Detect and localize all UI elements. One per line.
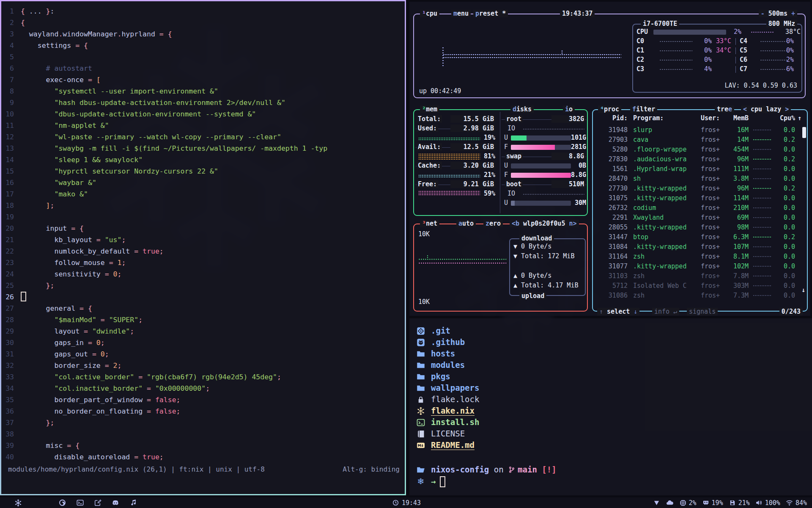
btop-preset-button[interactable]: preset * [473,10,508,17]
code-line[interactable]: 9 "hash dbus-update-activation-environme… [1,97,405,108]
code-line[interactable]: 34 "col.inactive_border" = "0x00000000"; [1,383,405,394]
proc-signals-control[interactable]: signals [687,308,718,315]
proc-scroll-down-arrow[interactable]: ↓ [801,286,805,294]
tab-net[interactable]: ³net [420,220,439,227]
code-line[interactable]: 38 [1,428,405,440]
process-row[interactable]: 31075 .kitty-wrapped fros+ 114M 0.0 [593,193,807,203]
process-row[interactable]: 31164 zsh fros+ 8.1M 0.0 [593,252,807,262]
code-line[interactable]: 28 "$mainMod" = "SUPER"; [1,314,405,326]
btop-interval-control[interactable]: - 500ms + [759,10,797,17]
process-row[interactable]: 31077 .kitty-wrapped fros+ 102M 0.0 [593,262,807,271]
net-auto-button[interactable]: auto [456,220,476,227]
code-line[interactable]: 40 disable_autoreload = true; [1,451,405,463]
code-line[interactable]: 21 kb_layout = "us"; [1,234,405,246]
code-line[interactable]: 31 gaps_out = 0; [1,348,405,360]
process-row[interactable]: 31447 btop fros+ 6.3M 0.2 [593,232,807,242]
code-line[interactable]: 32 border_size = 2; [1,360,405,371]
code-line[interactable]: 33 "col.active_border" = "rgb(cba6f7) rg… [1,371,405,383]
taskbar-network-indicator[interactable] [653,499,661,507]
discord-launcher-icon[interactable] [112,499,119,507]
code-line[interactable]: 8 "systemctl --user import-environment &… [1,86,405,97]
nixos-launcher-icon[interactable] [14,499,22,507]
io-toggle[interactable]: io [563,105,575,113]
code-line[interactable]: 12 "wl-paste --primary --watch wl-copy -… [1,131,405,143]
process-row[interactable]: 27730 .kitty-wrapped fros+ 96M 0.2 [593,184,807,193]
code-line[interactable]: 36 no_border_on_floating = false; [1,406,405,417]
code-line[interactable]: 13 "swaybg -m fill -i $(find ~/Pictures/… [1,143,405,154]
taskbar-clock[interactable]: 19:43 [392,499,421,507]
code-line[interactable]: 29 layout = "dwindle"; [1,326,405,337]
net-totals-box: download upload ▼0 Byte/s▼Total: 172 MiB… [509,238,586,296]
interval-plus-button[interactable]: + [791,10,795,17]
code-line[interactable]: 24 sensitivity = 0; [1,268,405,280]
process-row[interactable]: 27830 .audacious-wra fros+ 96M 0.2 [593,155,807,164]
process-row[interactable]: 31948 slurp fros+ 16M 0.0 [593,125,807,135]
code-line[interactable]: 35 border_part_of_window = false; [1,394,405,406]
process-row[interactable]: 5280 .floorp-wrappe fros+ 454M 0.0 [593,145,807,155]
taskbar-memory-indicator[interactable]: 19% [702,499,723,507]
code-line[interactable]: 19 [1,211,405,223]
editor-window[interactable]: 1{ ... }:2{3 wayland.windowManager.hyprl… [0,0,406,495]
code-line[interactable]: 39 misc = { [1,440,405,451]
code-line[interactable]: 1{ ... }: [1,6,405,17]
code-line[interactable]: 30 gaps_in = 0; [1,337,405,348]
code-line[interactable]: 14 "sleep 1 && swaylock" [1,154,405,166]
proc-tree-button[interactable]: tree [715,105,734,113]
proc-scrollbar[interactable] [802,127,806,138]
code-line[interactable]: 4 settings = { [1,40,405,51]
process-row[interactable]: 2291 Xwayland fros+ 69M 0.0 [593,213,807,223]
code-line[interactable]: 6 # autostart [1,63,405,74]
tab-proc[interactable]: ⁴proc [598,105,621,113]
code-line[interactable]: 2{ [1,17,405,28]
taskbar-disk-indicator[interactable]: 21% [729,499,750,507]
process-row[interactable]: 31103 zsh fros+ 7.8M 0.0 [593,271,807,281]
process-row[interactable]: 28055 .kitty-wrapped fros+ 98M 0.0 [593,223,807,232]
code-line[interactable]: 20 input = { [1,223,405,234]
process-row[interactable]: 31086 zsh fros+ 7.3M 0.0 [593,291,807,301]
firefox-launcher-icon[interactable] [58,499,66,507]
proc-info-control[interactable]: info ↵ [652,308,679,315]
net-zero-button[interactable]: zero [483,220,503,227]
proc-sort-selector[interactable]: < cpu lazy > [741,105,791,113]
process-row[interactable]: 1561 .Hyprland-wrap fros+ 111M 0.0 [593,164,807,174]
net-interface-switch[interactable]: <b wlp0s20f0u5 n> [510,220,579,227]
tab-mem[interactable]: ²mem [420,105,439,113]
code-line[interactable]: 18 ]; [1,200,405,211]
taskbar-volume-indicator[interactable]: 100% [755,499,780,507]
process-row[interactable]: 5712 Isolated Web C fros+ 303M 0.0 [593,281,807,291]
terminal-window[interactable]: .git.githubhostsmodulespkgswallpapersfla… [409,318,812,495]
taskbar-wifi-indicator[interactable]: 84% [786,499,807,507]
terminal-launcher-icon[interactable] [76,499,84,507]
tab-cpu[interactable]: ¹cpu [420,10,439,17]
code-line[interactable]: 7 exec-once = [ [1,74,405,86]
process-row[interactable]: 27903 cava fros+ 14M 0.2 [593,135,807,145]
code-line[interactable]: 25 }; [1,280,405,291]
code-line[interactable]: 5 [1,51,405,63]
taskbar-cloud-indicator[interactable] [666,499,674,507]
code-line[interactable]: 15 "hyprctl setcursor Nordzy-cursors 22 … [1,166,405,177]
notes-launcher-icon[interactable] [94,499,102,507]
code-line[interactable]: 37 }; [1,417,405,428]
code-line[interactable]: 17 "mako &" [1,188,405,200]
code-line[interactable]: 3 wayland.windowManager.hyprland = { [1,28,405,40]
code-area[interactable]: 1{ ... }:2{3 wayland.windowManager.hyprl… [1,6,405,463]
btop-menu-button[interactable]: menu [451,10,471,17]
shell-input-line[interactable]: ❄ → [416,476,445,487]
process-row[interactable]: 28470 sh fros+ 3.8M 0.0 [593,174,807,184]
proc-select-control[interactable]: ↑ select ↓ [597,308,639,315]
disks-toggle[interactable]: disks [510,105,534,113]
btop-window[interactable]: ¹cpu menu preset * 19:43:37 - 500ms + up… [409,2,810,316]
taskbar-cpu-indicator[interactable]: 2% [679,499,697,507]
code-line[interactable]: 11 "nm-applet &" [1,120,405,131]
code-line[interactable]: 10 "dbus-update-activation-environment -… [1,108,405,120]
music-launcher-icon[interactable] [129,499,137,507]
code-line[interactable]: 26 [1,291,405,303]
proc-filter-button[interactable]: filter [630,105,657,113]
process-row[interactable]: 31084 .kitty-wrapped fros+ 107M 0.0 [593,242,807,252]
code-line[interactable]: 27 general = { [1,303,405,314]
code-line[interactable]: 16 "waybar &" [1,177,405,188]
code-line[interactable]: 23 follow_mouse = 1; [1,257,405,268]
process-row[interactable]: 26732 codium fros+ 210M 0.0 [593,203,807,213]
interval-minus-button[interactable]: - [761,10,765,17]
code-line[interactable]: 22 numlock_by_default = true; [1,246,405,257]
